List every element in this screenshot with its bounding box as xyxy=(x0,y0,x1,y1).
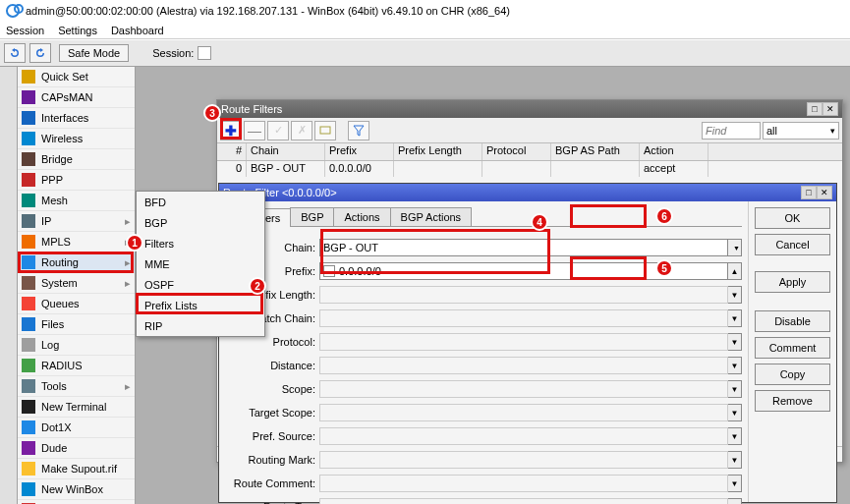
table-row[interactable]: 0 BGP - OUT 0.0.0.0/0 accept xyxy=(217,161,842,177)
sidebar-item-dot1x[interactable]: Dot1X xyxy=(18,418,135,438)
sidebar-item-ppp[interactable]: PPP xyxy=(18,170,135,191)
submenu-item-prefix-lists[interactable]: Prefix Lists xyxy=(137,295,264,315)
sidebar-item-new-winbox[interactable]: New WinBox xyxy=(18,479,135,500)
maximize-button[interactable]: □ xyxy=(807,102,822,116)
chevron-right-icon: ▸ xyxy=(125,256,131,269)
comment-button[interactable] xyxy=(314,121,336,140)
copy-button[interactable]: Copy xyxy=(755,364,830,385)
dialog-titlebar[interactable]: Route Filter <0.0.0.0/0> □ ✕ xyxy=(219,184,836,201)
mesh-icon xyxy=(22,194,35,207)
enable-button[interactable]: ✓ xyxy=(267,121,289,140)
input-pref-source[interactable] xyxy=(319,427,728,445)
sidebar-item-capsman[interactable]: CAPsMAN xyxy=(18,87,135,108)
submenu-item-bfd[interactable]: BFD xyxy=(137,192,264,212)
routing-mark-spin[interactable]: ▼ xyxy=(728,451,742,469)
menu-dashboard[interactable]: Dashboard xyxy=(111,25,164,36)
tab-bgp-actions[interactable]: BGP Actions xyxy=(390,207,473,226)
filter-all-select[interactable]: all xyxy=(763,122,839,140)
submenu-item-filters[interactable]: Filters xyxy=(137,233,264,253)
remove-button[interactable]: — xyxy=(244,121,265,140)
protocol-spin[interactable]: ▼ xyxy=(728,333,742,351)
sidebar-item-dude[interactable]: Dude xyxy=(18,438,135,459)
sidebar-item-label: Interfaces xyxy=(41,112,88,124)
comment-button[interactable]: Comment xyxy=(755,337,830,359)
sidebar-item-routing[interactable]: Routing▸ xyxy=(18,252,135,273)
scope-spin[interactable]: ▼ xyxy=(728,380,742,398)
menu-session[interactable]: Session xyxy=(6,25,44,36)
distance-spin[interactable]: ▼ xyxy=(728,357,742,374)
input-protocol[interactable] xyxy=(319,333,728,351)
redo-button[interactable] xyxy=(29,43,51,63)
sidebar-item-new-terminal[interactable]: New Terminal xyxy=(18,397,135,418)
sidebar-item-radius[interactable]: RADIUS xyxy=(18,356,135,376)
sidebar-item-quick-set[interactable]: Quick Set xyxy=(18,67,135,87)
input-scope[interactable] xyxy=(319,380,728,398)
route-tag-spin[interactable]: ▼ xyxy=(728,498,742,504)
col-protocol[interactable]: Protocol xyxy=(482,143,551,160)
input-distance[interactable] xyxy=(319,357,728,374)
disable-button[interactable]: Disable xyxy=(755,310,830,332)
badge-4: 4 xyxy=(531,213,548,231)
route-filters-titlebar[interactable]: Route Filters □ ✕ xyxy=(217,100,842,118)
prefix-spin-up[interactable]: ▲ xyxy=(728,262,742,280)
submenu-item-rip[interactable]: RIP xyxy=(137,315,264,336)
undo-button[interactable] xyxy=(4,43,26,63)
col-aspath[interactable]: BGP AS Path xyxy=(551,143,640,160)
sidebar-item-interfaces[interactable]: Interfaces xyxy=(18,108,135,129)
sidebar-item-bridge[interactable]: Bridge xyxy=(18,149,135,170)
safe-mode-button[interactable]: Safe Mode xyxy=(59,44,129,62)
add-button[interactable]: ✚ xyxy=(220,121,242,140)
sidebar-item-queues[interactable]: Queues xyxy=(18,294,135,314)
sidebar-item-files[interactable]: Files xyxy=(18,314,135,335)
tab-bgp[interactable]: BGP xyxy=(290,207,334,226)
input-route-comment[interactable] xyxy=(319,475,728,492)
dude-icon xyxy=(22,441,35,455)
sidebar-item-ip[interactable]: IP▸ xyxy=(18,211,135,232)
sidebar-item-log[interactable]: Log xyxy=(18,335,135,356)
chain-dropdown-icon[interactable] xyxy=(728,239,742,256)
col-prefix[interactable]: Prefix xyxy=(325,143,394,160)
submenu-item-mme[interactable]: MME xyxy=(137,253,264,274)
sidebar: Quick SetCAPsMANInterfacesWirelessBridge… xyxy=(18,67,136,504)
sidebar-item-mpls[interactable]: MPLS▸ xyxy=(18,232,135,252)
sidebar-item-wireless[interactable]: Wireless xyxy=(18,129,135,149)
close-button[interactable]: ✕ xyxy=(822,102,838,116)
prefix-checkbox[interactable] xyxy=(323,265,335,277)
cancel-button[interactable]: Cancel xyxy=(755,234,830,255)
route-comment-spin[interactable]: ▼ xyxy=(728,475,742,492)
input-routing-mark[interactable] xyxy=(319,451,728,469)
menu-settings[interactable]: Settings xyxy=(58,25,97,36)
pref-source-spin[interactable]: ▼ xyxy=(728,427,742,445)
sidebar-item-exit[interactable]: Exit xyxy=(18,500,135,504)
sidebar-item-tools[interactable]: Tools▸ xyxy=(18,376,135,397)
prefix-length-spin[interactable]: ▼ xyxy=(728,286,742,304)
col-num[interactable]: # xyxy=(217,143,247,160)
target-scope-spin[interactable]: ▼ xyxy=(728,404,742,421)
wireless-icon xyxy=(22,132,35,145)
disable-button[interactable]: ✗ xyxy=(291,121,312,140)
filter-button[interactable] xyxy=(348,121,369,140)
input-target-scope[interactable] xyxy=(319,404,728,421)
tab-actions[interactable]: Actions xyxy=(333,207,390,226)
col-chain[interactable]: Chain xyxy=(247,143,325,160)
input-route-tag[interactable] xyxy=(319,498,728,504)
radius-icon xyxy=(22,359,35,372)
sidebar-item-system[interactable]: System▸ xyxy=(18,273,135,294)
input-prefix-length[interactable] xyxy=(319,286,728,304)
dialog-close-button[interactable]: ✕ xyxy=(817,186,832,199)
sidebar-item-make-supout-rif[interactable]: Make Supout.rif xyxy=(18,459,135,479)
sidebar-item-label: Queues xyxy=(41,298,80,309)
col-action[interactable]: Action xyxy=(640,143,708,160)
submenu-item-bgp[interactable]: BGP xyxy=(137,212,264,233)
apply-button[interactable]: Apply xyxy=(755,271,830,293)
ok-button[interactable]: OK xyxy=(755,207,830,229)
remove-button[interactable]: Remove xyxy=(755,390,830,412)
match-chain-spin[interactable]: ▼ xyxy=(728,309,742,327)
sidebar-item-mesh[interactable]: Mesh xyxy=(18,191,135,211)
dialog-max-button[interactable]: □ xyxy=(801,186,817,199)
input-match-chain[interactable] xyxy=(319,309,728,327)
submenu-item-ospf[interactable]: OSPF xyxy=(137,274,264,295)
find-input[interactable] xyxy=(702,122,761,140)
col-prefix-length[interactable]: Prefix Length xyxy=(394,143,482,160)
input-chain[interactable]: BGP - OUT xyxy=(319,239,728,256)
